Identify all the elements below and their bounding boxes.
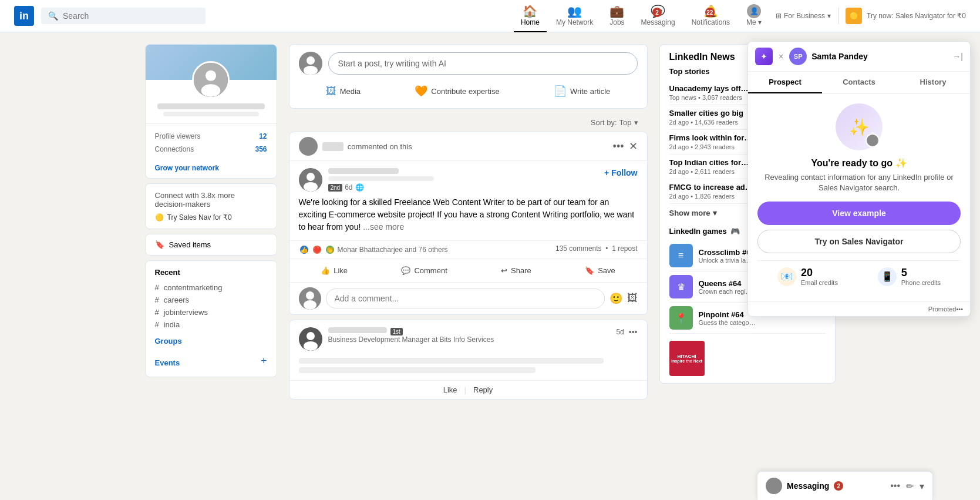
main-nav: 🏠 Home 👥 My Network 💼 Jobs 💬 2 Messaging… — [514, 0, 966, 32]
commenter-name-blurred — [322, 142, 343, 151]
nav-jobs[interactable]: 💼 Jobs — [602, 0, 631, 32]
linkedin-logo[interactable]: in — [14, 6, 34, 26]
image-icon[interactable]: 🖼 — [627, 292, 638, 305]
view-example-button[interactable]: View example — [757, 202, 961, 225]
profile-card: Profile viewers 12 Connections 356 Grow … — [145, 44, 277, 179]
nav-messaging[interactable]: 💬 2 Messaging — [634, 0, 682, 32]
messaging-badge: 2 — [652, 8, 662, 17]
post1-content: We're looking for a skilled Freelance We… — [289, 196, 647, 240]
post2-connection-badge: 1st — [390, 328, 403, 335]
queens-desc: Crown each regi… — [699, 288, 752, 295]
profile-stats: Profile viewers 12 Connections 356 — [146, 123, 277, 162]
like-reaction-icon: 👍 — [299, 244, 309, 255]
sidebar-sales-desc: Connect with 3.8x more decision-makers — [155, 191, 267, 209]
grow-network-link[interactable]: Grow your network — [146, 162, 277, 178]
expertise-icon: 🧡 — [415, 85, 427, 98]
ready-avatar-small — [866, 133, 880, 147]
try-on-sales-nav-button[interactable]: Try on Sales Navigator — [757, 230, 961, 253]
globe-icon: 🌐 — [355, 183, 364, 192]
saved-items-link[interactable]: 🔖 Saved items — [145, 234, 277, 256]
profile-avatar[interactable] — [192, 61, 230, 99]
tab-history[interactable]: History — [896, 72, 970, 93]
sort-bar[interactable]: Sort by: Top ▾ — [289, 113, 648, 132]
nav-notifications[interactable]: 🔔 22 Notifications — [685, 0, 737, 32]
sidebar-try-sales-btn[interactable]: 🟡 Try Sales Nav for ₹0 — [155, 213, 267, 222]
post1-connections: 2nd 6d 🌐 — [328, 183, 434, 192]
post2-reply-button[interactable]: Reply — [473, 385, 493, 394]
nav-my-network[interactable]: 👥 My Network — [549, 0, 600, 32]
promoted-label: Promoted — [928, 306, 957, 313]
post2-user-info: 1st Business Development Manager at Bits… — [299, 327, 494, 351]
tab-contacts[interactable]: Contacts — [822, 72, 896, 93]
recent-item-india[interactable]: # india — [155, 318, 267, 331]
connections-row[interactable]: Connections 356 — [155, 143, 267, 156]
see-more-link[interactable]: ...see more — [363, 222, 404, 231]
nav-me[interactable]: 👤 Me ▾ — [739, 0, 769, 32]
comment-input-row: 🙂 🖼 — [289, 282, 647, 314]
recent-item-label-3: jobinterviews — [164, 308, 208, 317]
share-icon: ↩ — [501, 266, 507, 275]
overlay-content: ✨ You're ready to go ✨ Revealing contact… — [748, 94, 970, 301]
recent-item-contentmarketing[interactable]: # contentmarketing — [155, 281, 267, 294]
promoted-more-icon: ••• — [956, 306, 963, 313]
tab-prospect[interactable]: Prospect — [748, 72, 822, 93]
post2-more-icon[interactable]: ••• — [629, 327, 638, 337]
phone-credits-label: Phone credits — [901, 279, 941, 286]
hashtag-icon: # — [155, 283, 159, 292]
more-options-icon[interactable]: ••• — [613, 140, 624, 153]
post1-reactions: 👍 ❤️ 👏 Mohar Bhattacharjee and 76 others… — [289, 240, 647, 259]
comment-input[interactable] — [326, 288, 605, 308]
like-reply-actions: Like | Reply — [443, 385, 493, 394]
overlay-x-separator: × — [779, 52, 783, 61]
svg-point-8 — [304, 182, 318, 192]
save-button[interactable]: 🔖 Save — [578, 261, 622, 280]
show-more-label: Show more — [669, 209, 710, 217]
post1-header: 2nd 6d 🌐 + Follow — [289, 161, 647, 196]
svg-point-13 — [307, 332, 315, 340]
overlay-tabs: Prospect Contacts History — [748, 72, 970, 94]
post2-title: Business Development Manager at Bits Inf… — [328, 335, 494, 344]
main-layout: Profile viewers 12 Connections 356 Grow … — [138, 32, 843, 416]
share-button[interactable]: ↩ Share — [494, 261, 538, 280]
email-credits-count: 20 — [801, 267, 838, 279]
nav-home[interactable]: 🏠 Home — [514, 0, 547, 32]
media-button[interactable]: 🖼 Media — [319, 81, 368, 101]
sales-nav-promo[interactable]: 🟡 Try now: Sales Navigator for ₹0 — [838, 8, 966, 24]
email-credits-info: 20 Email credits — [801, 267, 838, 286]
expertise-button[interactable]: 🧡 Contribute expertise — [408, 81, 506, 101]
profile-viewers-row[interactable]: Profile viewers 12 — [155, 130, 267, 143]
add-event-icon[interactable]: + — [261, 355, 267, 367]
nav-home-label: Home — [521, 18, 540, 26]
like-button[interactable]: 👍 Like — [314, 261, 355, 280]
write-article-button[interactable]: 📄 Write article — [547, 81, 617, 101]
post2-like-button[interactable]: Like — [443, 385, 457, 394]
follow-button[interactable]: + Follow — [604, 168, 637, 177]
for-business-label: For Business — [784, 12, 825, 20]
search-icon: 🔍 — [48, 11, 58, 21]
for-business-menu[interactable]: ⊞ For Business ▾ — [771, 12, 836, 20]
recent-item-careers[interactable]: # careers — [155, 294, 267, 306]
recent-item-label-2: careers — [164, 296, 189, 304]
overlay-arrow-button[interactable]: →| — [952, 52, 963, 61]
search-bar[interactable]: 🔍 — [41, 8, 206, 24]
profile-avatar-wrap — [146, 61, 277, 99]
queens-info: Queens #64 Crown each regi… — [699, 279, 752, 295]
groups-link[interactable]: Groups — [155, 334, 182, 348]
emoji-icon[interactable]: 🙂 — [609, 292, 622, 305]
jobs-icon: 💼 — [609, 4, 624, 18]
recent-item-jobinterviews[interactable]: # jobinterviews — [155, 306, 267, 318]
start-post-button[interactable]: Start a post, try writing with AI — [328, 52, 638, 75]
post1-timestamp: 6d — [345, 183, 352, 192]
events-link[interactable]: Events — [155, 356, 180, 370]
close-icon[interactable]: ✕ — [629, 140, 638, 153]
ready-desc: Revealing contact information for any Li… — [757, 172, 961, 193]
save-icon: 🔖 — [585, 266, 594, 275]
like-label: Like — [334, 266, 348, 275]
svg-point-7 — [307, 173, 315, 181]
comment-button[interactable]: 💬 Comment — [394, 261, 454, 280]
sales-icon-small: 🟡 — [155, 213, 164, 222]
search-input[interactable] — [63, 11, 198, 21]
phone-credits-item: 📱 5 Phone credits — [878, 267, 941, 286]
sort-chevron-icon: ▾ — [634, 118, 638, 127]
hashtag-icon-4: # — [155, 320, 159, 329]
